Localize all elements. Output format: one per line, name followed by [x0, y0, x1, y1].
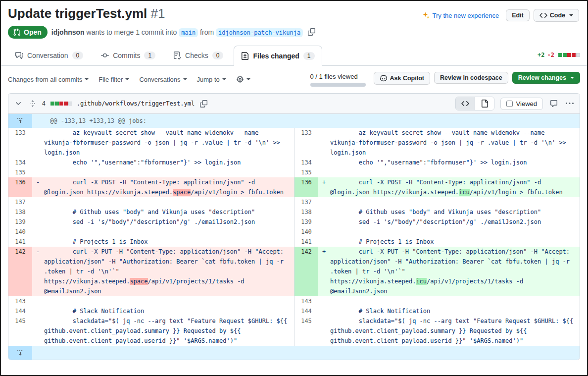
rich-diff-button[interactable] [475, 97, 494, 110]
head-branch-label[interactable]: idjohnson-patch-vikunja [216, 28, 303, 37]
pr-author[interactable]: idjohnson [51, 28, 85, 36]
line-number[interactable]: 144 [294, 306, 318, 316]
code-line: - curl -X POST -H "Content-Type: applica… [32, 177, 294, 197]
line-number[interactable]: 136 [8, 177, 32, 197]
line-number[interactable]: 133 [8, 128, 32, 158]
line-number[interactable]: 138 [8, 207, 32, 217]
copy-path-icon[interactable] [199, 99, 208, 108]
line-number[interactable]: 139 [294, 217, 318, 227]
code-line: sed -i 's/"body"/"description"/g' ./emai… [318, 217, 580, 227]
changes-from-dropdown[interactable]: Changes from all commits [8, 76, 89, 83]
review-in-codespace-button[interactable]: Review in codespace [434, 72, 508, 84]
line-number[interactable]: 140 [8, 227, 32, 237]
line-number[interactable]: 134 [294, 158, 318, 167]
copilot-icon [380, 74, 388, 82]
line-number[interactable]: 135 [8, 167, 32, 177]
expand-down-icon[interactable] [8, 346, 32, 360]
review-changes-button[interactable]: Review changes [512, 72, 580, 84]
diff-new-side-line: 136+ curl -X POST -H "Content-Type: appl… [294, 177, 580, 197]
file-path[interactable]: .github/workflows/triggerTest.yml [77, 100, 195, 107]
code-line: + curl -X PUT -H "Content-Type: applicat… [318, 247, 580, 296]
tab-files-changed[interactable]: Files changed 1 [234, 46, 322, 66]
diff-old-side-line: 145 slackdata="$( jq -nc --arg text "Fea… [8, 316, 294, 346]
code-line: # Projects 1 is Inbox [318, 237, 580, 247]
deletions-count: -2 [547, 52, 554, 58]
context-line-row: 135135 [8, 167, 580, 177]
diff-old-side-line: 133 az keyvault secret show --vault-name… [8, 128, 294, 158]
diff-new-side-line: 138 # Github uses "body" and Vikunja use… [294, 207, 580, 217]
conversations-dropdown[interactable]: Conversations [139, 76, 187, 83]
collapse-file-chevron-icon[interactable] [13, 99, 23, 108]
context-line-row: 139 sed -i 's/"body"/"description"/g' ./… [8, 217, 580, 227]
tab-commits[interactable]: Commits 1 [94, 46, 163, 65]
pr-action-text: wants to merge 1 commit into [87, 28, 177, 36]
chevron-down-icon [222, 78, 226, 82]
edit-button[interactable]: Edit [506, 9, 530, 21]
code-line: az keyvault secret show --vault-name wld… [32, 128, 294, 158]
chevron-down-icon [246, 78, 250, 82]
line-number[interactable]: 133 [294, 128, 318, 158]
line-number[interactable]: 141 [8, 237, 32, 247]
expand-up-icon[interactable] [8, 114, 32, 128]
tab-counter: 0 [72, 52, 84, 59]
line-number[interactable]: 137 [8, 197, 32, 207]
drag-move-icon[interactable] [28, 99, 38, 108]
diff-sign: + [322, 247, 326, 257]
file-changes-count: 4 [42, 100, 46, 107]
diff-new-side-line: 139 sed -i 's/"body"/"description"/g' ./… [294, 217, 580, 227]
diff-new-side-line: 133 az keyvault secret show --vault-name… [294, 128, 580, 158]
diff-old-side-line: 142- curl -X PUT -H "Content-Type: appli… [8, 247, 294, 296]
line-number[interactable]: 139 [8, 217, 32, 227]
diff-settings-dropdown[interactable] [236, 75, 250, 83]
page-title: Update triggerTest.yml #1 [8, 6, 165, 21]
code-line [318, 167, 580, 177]
diff-new-side-line: 144 # Slack Notification [294, 306, 580, 316]
diffstat-block-del [567, 53, 571, 57]
line-number[interactable]: 142 [294, 247, 318, 296]
changed-line-row: 142- curl -X PUT -H "Content-Type: appli… [8, 247, 580, 296]
line-number[interactable]: 138 [294, 207, 318, 217]
context-line-row: 144 # Slack Notification144 # Slack Noti… [8, 306, 580, 316]
file-filter-dropdown[interactable]: File filter [98, 76, 129, 83]
code-dropdown-button[interactable]: Code [534, 9, 579, 22]
jump-to-dropdown[interactable]: Jump to [197, 76, 226, 83]
diff-old-side-line: 143 [8, 296, 294, 306]
line-number[interactable]: 140 [294, 227, 318, 237]
diff-sign: + [322, 177, 326, 187]
diff-sign: - [36, 247, 40, 257]
diffstat-block-del [572, 53, 576, 57]
diffstat-block-neutral [576, 53, 580, 57]
pr-meta: Open idjohnson wants to merge 1 commit i… [1, 22, 587, 46]
line-number[interactable]: 134 [8, 158, 32, 167]
comment-icon[interactable] [549, 99, 559, 108]
tab-conversation[interactable]: Conversation 0 [8, 46, 91, 65]
ask-copilot-button[interactable]: Ask Copilot [374, 72, 430, 85]
source-view-button[interactable] [456, 97, 475, 110]
line-number[interactable]: 137 [294, 197, 318, 207]
line-number[interactable]: 135 [294, 167, 318, 177]
base-branch-label[interactable]: main [179, 28, 198, 37]
line-number[interactable]: 142 [8, 247, 32, 296]
context-line-row: 134 echo '","username":"fbformuser"}' >>… [8, 158, 580, 167]
tab-checks[interactable]: Checks 0 [166, 46, 231, 65]
line-number[interactable]: 145 [294, 316, 318, 346]
file-header: 4 .github/workflows/triggerTest.yml [8, 94, 580, 114]
line-number[interactable]: 144 [8, 306, 32, 316]
kebab-menu-icon[interactable] [565, 99, 575, 108]
diff-new-side-line: 137 [294, 197, 580, 207]
viewed-checkbox[interactable] [506, 101, 513, 107]
pr-files-changed-page: Update triggerTest.yml #1 Try the new ex… [0, 0, 588, 376]
split-diff-table: @@ -133,13 +133,13 @@ jobs:133 az keyvau… [8, 114, 580, 360]
line-number[interactable]: 143 [294, 296, 318, 306]
line-number[interactable]: 143 [8, 296, 32, 306]
code-line [318, 197, 580, 207]
line-number[interactable]: 136 [294, 177, 318, 197]
changed-line-row: 136- curl -X POST -H "Content-Type: appl… [8, 177, 580, 197]
diffstat: +2 -2 [538, 52, 580, 65]
copy-branch-icon[interactable] [307, 27, 317, 37]
line-number[interactable]: 141 [294, 237, 318, 247]
diffstat-blocks [558, 53, 580, 57]
viewed-checkbox-button[interactable]: Viewed [500, 98, 543, 110]
line-number[interactable]: 145 [8, 316, 32, 346]
try-new-experience-link[interactable]: Try the new experience [422, 11, 499, 19]
